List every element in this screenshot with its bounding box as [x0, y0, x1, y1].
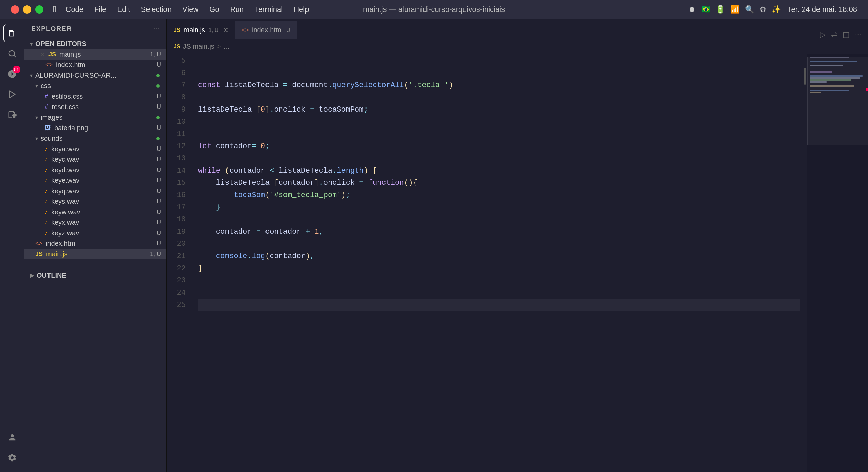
- file-badge: U: [157, 124, 161, 132]
- menu-terminal[interactable]: Terminal: [255, 5, 283, 14]
- audio-icon: ♪: [45, 166, 48, 174]
- run-icon[interactable]: ▷: [820, 30, 826, 39]
- open-editors-section[interactable]: ▾ OPEN EDITORS: [24, 39, 166, 49]
- tab-bar: JS main.js 1, U ✕ <> index.html U ▷ ⇌ ◫ …: [167, 19, 868, 39]
- minimize-button[interactable]: [23, 5, 31, 14]
- control-center-icon[interactable]: ⚙: [760, 5, 766, 14]
- copilot-icon[interactable]: ✨: [772, 5, 781, 14]
- filename: keyq.wav: [51, 187, 153, 195]
- activity-extensions[interactable]: [3, 106, 21, 123]
- code-line-20: [198, 238, 800, 250]
- fullscreen-button[interactable]: [35, 5, 43, 14]
- file-badge: U: [157, 156, 161, 163]
- menu-edit[interactable]: Edit: [117, 5, 130, 14]
- tab-index-html[interactable]: <> index.html U: [235, 21, 297, 39]
- file-bateria-png[interactable]: 🖼 bateria.png U: [24, 123, 166, 133]
- code-line-19: contador = contador + 1,: [198, 226, 800, 238]
- file-main-js[interactable]: JS main.js 1, U: [24, 249, 166, 259]
- activity-bar: 81: [0, 19, 24, 472]
- folder-sounds[interactable]: ▾ sounds: [24, 133, 166, 144]
- audio-icon: ♪: [45, 188, 48, 195]
- more-editor-actions-icon[interactable]: ···: [855, 30, 861, 39]
- code-line-15: listaDeTecla [contador].onclick = functi…: [198, 177, 800, 189]
- audio-icon: ♪: [45, 198, 48, 205]
- chevron-down-icon: ▾: [35, 114, 38, 121]
- file-keye-wav[interactable]: ♪ keye.wav U: [24, 175, 166, 186]
- source-control-badge: 81: [13, 66, 20, 73]
- js-icon: JS: [48, 51, 56, 58]
- menu-run[interactable]: Run: [230, 5, 244, 14]
- svg-point-0: [9, 51, 14, 56]
- close-editor-icon[interactable]: ✕: [41, 52, 45, 58]
- file-keyw-wav[interactable]: ♪ keyw.wav U: [24, 207, 166, 217]
- css-icon: #: [45, 103, 48, 111]
- menu-selection[interactable]: Selection: [141, 5, 172, 14]
- svg-line-1: [14, 55, 16, 57]
- minimap: [807, 54, 868, 472]
- project-root[interactable]: ▾ ALURAMIDI-CURSO-AR...: [24, 70, 166, 81]
- menu-bar: Code File Edit Selection View Go Run Ter…: [66, 5, 309, 14]
- file-keyx-wav[interactable]: ♪ keyx.wav U: [24, 217, 166, 228]
- menu-view[interactable]: View: [182, 5, 198, 14]
- tab-close-icon[interactable]: ✕: [223, 26, 228, 34]
- flag-icon: 🇧🇷: [701, 5, 710, 14]
- file-keyz-wav[interactable]: ♪ keyz.wav U: [24, 228, 166, 238]
- filename: keye.wav: [51, 177, 153, 184]
- filename: index.html: [46, 240, 153, 248]
- html-tab-icon: <>: [242, 27, 249, 33]
- tab-badge: 1, U: [209, 27, 218, 33]
- breadcrumb-file[interactable]: JS main.js: [183, 43, 214, 51]
- activity-settings[interactable]: [3, 449, 21, 467]
- outline-section[interactable]: ▶ OUTLINE: [24, 270, 166, 281]
- code-line-21: console.log(contador),: [198, 250, 800, 262]
- open-editor-filename: main.js: [59, 51, 146, 58]
- toggle-sidebar-icon[interactable]: ◫: [843, 30, 850, 39]
- close-button[interactable]: [11, 5, 19, 14]
- folder-css[interactable]: ▾ css: [24, 81, 166, 91]
- battery-icon: 🔋: [716, 5, 725, 14]
- file-badge: U: [157, 166, 161, 174]
- open-editor-main-js[interactable]: ✕ JS main.js 1, U: [24, 49, 166, 60]
- more-actions-icon[interactable]: ···: [154, 24, 160, 33]
- scrollbar-thumb[interactable]: [804, 68, 806, 85]
- breadcrumb-symbol[interactable]: ...: [224, 43, 230, 51]
- activity-run-debug[interactable]: [3, 85, 21, 103]
- code-line-18: [198, 214, 800, 226]
- vertical-scrollbar[interactable]: [803, 58, 807, 329]
- js-breadcrumb-icon: JS: [174, 44, 180, 50]
- menu-code[interactable]: Code: [66, 5, 84, 14]
- tab-main-js[interactable]: JS main.js 1, U ✕: [167, 21, 235, 39]
- code-line-9: listaDeTecla [0].onclick = tocaSomPom;: [198, 104, 800, 116]
- file-keys-wav[interactable]: ♪ keys.wav U: [24, 196, 166, 207]
- file-reset-css[interactable]: # reset.css U: [24, 102, 166, 112]
- file-keyq-wav[interactable]: ♪ keyq.wav U: [24, 186, 166, 196]
- search-icon[interactable]: 🔍: [745, 5, 754, 14]
- file-keyd-wav[interactable]: ♪ keyd.wav U: [24, 165, 166, 175]
- file-index-html[interactable]: <> index.html U: [24, 238, 166, 249]
- filename: bateria.png: [54, 124, 153, 132]
- traffic-lights: [11, 5, 43, 14]
- record-icon: ⏺: [688, 5, 696, 14]
- menu-go[interactable]: Go: [209, 5, 219, 14]
- open-editor-filename-2: index.html: [56, 61, 153, 69]
- file-estilos-css[interactable]: # estilos.css U: [24, 91, 166, 102]
- activity-search[interactable]: [3, 45, 21, 62]
- outline-label: OUTLINE: [37, 272, 66, 279]
- code-line-8: [198, 92, 800, 104]
- activity-explorer[interactable]: [3, 24, 21, 42]
- code-line-10: [198, 116, 800, 128]
- split-editor-icon[interactable]: ⇌: [831, 30, 837, 39]
- menu-file[interactable]: File: [94, 5, 106, 14]
- file-keya-wav[interactable]: ♪ keya.wav U: [24, 144, 166, 154]
- activity-account[interactable]: [3, 429, 21, 446]
- system-icons: ⏺ 🇧🇷 🔋 📶 🔍 ⚙ ✨: [688, 5, 781, 14]
- folder-images[interactable]: ▾ images: [24, 112, 166, 123]
- code-line-23: [198, 275, 800, 287]
- file-keyc-wav[interactable]: ♪ keyc.wav U: [24, 154, 166, 165]
- code-editor[interactable]: const listaDeTecla = document.querySelec…: [191, 54, 807, 472]
- menu-help[interactable]: Help: [294, 5, 309, 14]
- open-editor-index-html[interactable]: <> index.html U: [24, 60, 166, 70]
- activity-source-control[interactable]: 81: [3, 65, 21, 83]
- main-layout: 81 EXPLORER ···: [0, 19, 868, 472]
- tab-badge-2: U: [286, 27, 290, 33]
